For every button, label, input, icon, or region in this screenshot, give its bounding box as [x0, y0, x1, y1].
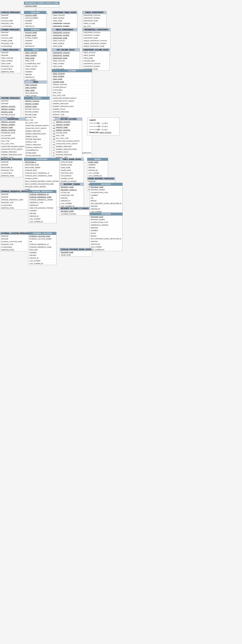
field: TABLE_NAME	[52, 20, 77, 22]
field: CONSTRAINT_SCHEMA	[82, 17, 106, 20]
field: COMMENT	[24, 20, 46, 22]
field: CHARACTER_MAXIMUM_LENGTH	[24, 124, 50, 127]
field: CREATED_BY	[24, 25, 46, 28]
entity-header: RECIPIENT_TOKENS	[60, 183, 84, 186]
legend-pk-example: TABLE_CATALOG	[99, 132, 111, 133]
entity-information-schema-catalog-name: INFORMATION_SCHEMA_CATALOG_NAME CATALOG_…	[24, 2, 60, 8]
legend-label: 0..1 to 1	[102, 126, 108, 127]
entity-header: RECIPIENT_ALLOWED_IP_RANGES	[60, 207, 90, 210]
field: TABLE_CATALOG	[24, 84, 47, 86]
field: PRIVILEGE_TYPE	[0, 169, 23, 172]
field-catalog-name: CATALOG_NAME	[24, 5, 59, 7]
field: TABLE_SCHEMA	[52, 17, 77, 20]
field: PARAMETER_NAME	[0, 137, 26, 140]
field: CATALOG_OWNER	[24, 17, 46, 20]
field: CREATED_BY	[28, 257, 56, 260]
field: CHARACTER_MAXIMUM_LENGTH	[52, 97, 92, 100]
field: TABLE_NAME	[82, 57, 109, 60]
field: IS_GRANTABLE	[0, 204, 32, 207]
field: DATETIME_PRECISION	[52, 110, 92, 113]
field: DATA_RECIPIENT_GLOBAL_METASTORE_ID	[90, 202, 123, 205]
field: DATA_TYPE	[55, 134, 82, 137]
field: SPECIFIC_NAME	[55, 126, 82, 129]
entity-header: CONSTRAINT_TABLE_USAGE	[52, 11, 77, 14]
field: CONSTRAINT_CATALOG	[52, 31, 77, 34]
field: CONSTRAINT_CATALOG	[82, 31, 110, 34]
field: INTERVAL_PRECISION	[24, 144, 50, 146]
field: ROUTINE_CATALOG	[24, 108, 50, 110]
field: STORAGE_CREDENTIAL_ID	[28, 243, 56, 246]
entity-header: SCHEMA_PRIVILEGES	[0, 28, 21, 31]
svg-line-13	[98, 129, 100, 130]
entity-external-location-privileges: EXTERNAL_LOCATION_PRIVILEGES GRANTOR GRA…	[0, 232, 31, 251]
field: CONSTRAINT_SCHEMA	[82, 34, 110, 37]
field: CONSTRAINT_CATALOG	[82, 14, 106, 17]
field: CREDENTIAL_TYPE	[28, 201, 56, 204]
field: LAST_ALTERED	[60, 202, 84, 205]
legend-item-one-to-many: 1..n to 1	[89, 122, 117, 124]
field: LAST_ALTERED_BY	[28, 262, 56, 265]
field: ROUTINE_BODY	[24, 152, 50, 154]
field: LAST_ALTERED_BY	[87, 174, 108, 177]
field: SPECIFIC_NAME	[0, 110, 21, 113]
field: COMMENT	[24, 40, 46, 42]
field: STORAGE_ROOT	[24, 169, 60, 172]
field: GRANTOR	[0, 31, 21, 34]
entity-header: VIEWS	[24, 81, 47, 84]
field: CREATED	[24, 22, 46, 25]
field: RECIPIENT_NAME	[90, 186, 123, 188]
entity-header: TABLE_CONSTRAINTS	[52, 28, 77, 31]
entity-header: SHARE_RECIPIENT_PRIVILEGES	[87, 177, 115, 180]
field: CATALOG_NAME	[0, 37, 21, 40]
field: TABLE_CATALOG	[24, 51, 47, 54]
entity-header: KEY_COLUMN_USAGE	[52, 48, 80, 51]
field: CONSTRAINT_CATALOG	[52, 22, 77, 25]
field: CREATED_BY	[87, 169, 108, 172]
field: METASTORE_OWNER	[24, 166, 60, 169]
legend-title: Legend	[89, 119, 117, 121]
field: CDF_ENABLED	[60, 174, 84, 177]
field: STORAGE_CREDENTIAL_NAME	[28, 196, 56, 198]
field: NULL_DATA_TYPE	[24, 122, 50, 124]
field: TABLE_NAME	[24, 89, 47, 92]
field: DELTA_SHARING_ORGANIZATION_NAME	[24, 183, 60, 186]
field: CONSTRAINT_SCHEMA	[52, 25, 77, 28]
field: SPECIFIC_NAME	[24, 105, 50, 108]
field: PRIVILEGE_TYPE	[0, 42, 21, 45]
field: IS_GRANTABLE	[0, 68, 21, 70]
field: REGION	[90, 200, 123, 202]
field: CONSTRAINT_NAME	[82, 20, 106, 22]
field: ENDPOINT	[90, 226, 122, 229]
field: GRANTEE	[0, 17, 21, 20]
entity-header: EXTERNAL_LOCATIONS	[28, 232, 56, 235]
svg-point-12	[97, 129, 98, 130]
field: PROVIDER_NAME	[90, 216, 122, 218]
field: PRIVILEGE_TYPE	[0, 65, 21, 68]
field: RECIPIENT_OWNER	[90, 188, 123, 191]
field: DATETIME_PRECISION	[24, 138, 50, 141]
field: METASTORE_ID	[0, 166, 23, 169]
field: ROUTINE_SCHEMA	[24, 110, 50, 113]
field: TABLE_SCHEMA	[24, 54, 47, 57]
field: CONSTRAINT_NAME	[52, 57, 80, 60]
field: URL	[90, 197, 123, 200]
field: CREATED	[60, 197, 84, 200]
field: MAXIMUM_CARDINALITY	[24, 146, 50, 149]
entity-header: SCHEMATA	[24, 28, 46, 31]
field: CREATED	[28, 212, 56, 215]
field: TABLE_TYPE	[24, 60, 47, 62]
field: NUMERIC_PRECISION	[0, 151, 26, 154]
field: NUMERIC_PRECISION_RADIX	[52, 105, 92, 108]
field: PRIVILEGE_TYPE	[0, 243, 31, 246]
field: TABLE_NAME	[52, 65, 80, 68]
field: CREATED_BY	[24, 76, 47, 79]
field: CHARACTER_MAXIMUM_LENGTH	[0, 145, 26, 148]
field: CONSTRAINT_CATALOG	[82, 62, 109, 65]
entity-constraint-column-usage: CONSTRAINT_COLUMN_USAGE TABLE_CATALOG TA…	[82, 48, 110, 70]
field: EXTERNAL_LOCATION_NAME	[0, 240, 31, 243]
field: CREATED	[87, 166, 108, 169]
field: NUMERIC_PRECISION_RADIX	[24, 132, 50, 135]
field: SPECIFIC_CATALOG	[55, 120, 82, 123]
field: CREATED	[90, 240, 122, 243]
field: CHARACTER_OCTET_LENGTH	[52, 100, 92, 102]
